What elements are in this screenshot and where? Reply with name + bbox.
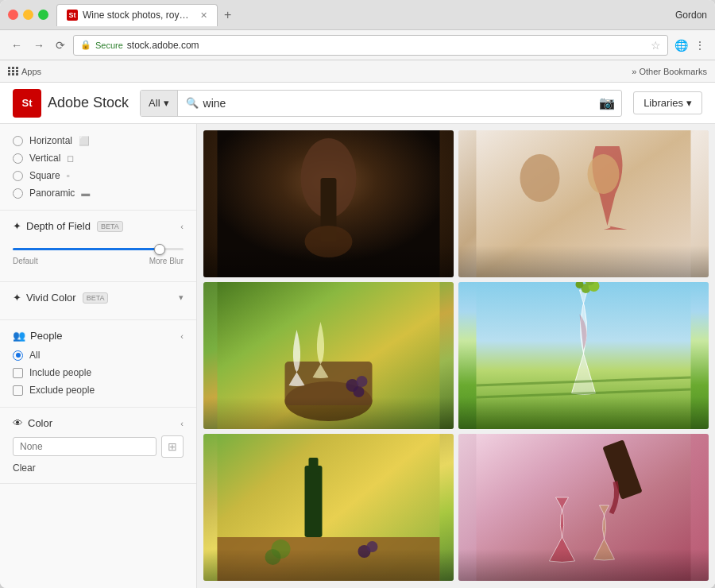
svg-point-5 (520, 154, 560, 202)
extension-icon[interactable]: 🌐 (673, 37, 690, 53)
nav-bar: ← → ⟳ 🔒 Secure stock.adobe.com ☆ 🌐 ⋮ (0, 30, 715, 60)
other-bookmarks[interactable]: » Other Bookmarks (632, 67, 707, 76)
color-section: 👁 Color ‹ ⊞ Clear (0, 408, 196, 484)
people-all-radio[interactable]: All (13, 350, 184, 361)
main-layout: Horizontal ⬜ Vertical ◻ Square ▫ (0, 124, 715, 588)
image-card-vineyard-bottle[interactable] (203, 434, 454, 581)
tab-close-button[interactable]: ✕ (200, 10, 207, 21)
chrome-menu-icon[interactable]: ⋮ (693, 37, 707, 53)
vivid-color-title: ✦ Vivid Color BETA (13, 292, 108, 304)
color-chevron-icon[interactable]: ‹ (180, 419, 184, 428)
search-category-select[interactable]: All ▾ (141, 91, 177, 116)
camera-search-icon[interactable]: 📷 (593, 95, 621, 110)
color-clear-button[interactable]: Clear (13, 462, 184, 474)
horizontal-radio[interactable]: Horizontal ⬜ (13, 135, 184, 146)
secure-label: Secure (95, 41, 123, 50)
color-title: 👁 Color (13, 417, 52, 429)
people-all-label: All (29, 350, 40, 361)
new-tab-button[interactable]: + (221, 8, 234, 22)
image-overlay-pour (458, 549, 709, 581)
vivid-color-beta-badge: BETA (83, 292, 109, 304)
people-label: People (30, 330, 62, 342)
panoramic-radio[interactable]: Panoramic ▬ (13, 188, 184, 199)
horizontal-radio-button[interactable] (13, 136, 23, 146)
app-content: St Adobe Stock All ▾ 🔍 wine 📷 Libraries … (0, 83, 715, 588)
image-vineyard-cheese (203, 282, 454, 429)
bookmark-star-icon[interactable]: ☆ (651, 39, 661, 52)
search-bar[interactable]: All ▾ 🔍 wine 📷 (140, 90, 622, 117)
stock-header: St Adobe Stock All ▾ 🔍 wine 📷 Libraries … (0, 83, 715, 124)
panoramic-radio-button[interactable] (13, 188, 23, 199)
search-input-area: 🔍 wine (178, 97, 593, 110)
color-input-field[interactable] (13, 437, 157, 456)
exclude-people-checkbox-box[interactable] (13, 385, 23, 396)
horizontal-label: Horizontal (29, 135, 72, 146)
vivid-color-icon: ✦ (13, 292, 21, 304)
square-radio[interactable]: Square ▫ (13, 170, 184, 181)
other-bookmarks-label: » Other Bookmarks (632, 67, 707, 76)
dof-slider-track (13, 248, 184, 250)
adobe-logo: St Adobe Stock (13, 89, 129, 118)
people-header[interactable]: 👥 People ‹ (13, 330, 184, 342)
vivid-color-label: Vivid Color (26, 292, 76, 304)
image-card-wine-cork[interactable] (203, 130, 454, 277)
dof-label: Depth of Field (26, 220, 91, 232)
square-radio-button[interactable] (13, 171, 23, 181)
svg-rect-23 (309, 458, 319, 474)
people-chevron-icon[interactable]: ‹ (180, 331, 184, 341)
include-people-checkbox[interactable]: Include people (13, 367, 184, 378)
vertical-radio[interactable]: Vertical ◻ (13, 153, 184, 164)
forward-button[interactable]: → (30, 37, 48, 53)
vivid-color-section: ✦ Vivid Color BETA ▾ (0, 282, 196, 320)
image-card-wine-couple[interactable] (458, 130, 709, 277)
secure-icon: 🔒 (80, 40, 91, 50)
title-bar: St Wine stock photos, royalty-fre... ✕ +… (0, 0, 715, 30)
exclude-people-label: Exclude people (29, 385, 95, 396)
apps-button[interactable]: Apps (8, 67, 41, 76)
vivid-color-header[interactable]: ✦ Vivid Color BETA ▾ (13, 292, 184, 304)
vertical-icon: ◻ (67, 153, 74, 164)
libraries-button[interactable]: Libraries ▾ (633, 91, 702, 114)
image-overlay-vineyard (203, 397, 454, 429)
svg-point-6 (588, 154, 620, 194)
depth-of-field-header[interactable]: ✦ Depth of Field BETA ‹ (13, 220, 184, 232)
include-people-checkbox-box[interactable] (13, 368, 23, 378)
image-wine-pour (458, 434, 709, 581)
search-input[interactable]: wine (203, 97, 226, 110)
people-all-radio-button[interactable] (13, 350, 23, 361)
apps-grid-icon (8, 67, 19, 75)
vivid-color-chevron-icon[interactable]: ▾ (179, 292, 184, 303)
depth-of-field-title: ✦ Depth of Field BETA (13, 220, 123, 232)
square-label: Square (29, 170, 60, 181)
color-header[interactable]: 👁 Color ‹ (13, 417, 184, 429)
search-icon: 🔍 (186, 97, 199, 109)
url-text: stock.adobe.com (127, 40, 647, 51)
address-bar[interactable]: 🔒 Secure stock.adobe.com ☆ (73, 35, 668, 56)
vertical-radio-button[interactable] (13, 153, 23, 164)
slider-labels: Default More Blur (13, 257, 184, 265)
horizontal-icon: ⬜ (79, 136, 90, 146)
dof-slider-fill (13, 248, 158, 250)
close-traffic-light[interactable] (8, 10, 18, 20)
dof-chevron-icon[interactable]: ‹ (180, 222, 184, 231)
reload-button[interactable]: ⟳ (52, 37, 68, 53)
image-card-wine-pour[interactable] (458, 434, 709, 581)
active-tab[interactable]: St Wine stock photos, royalty-fre... ✕ (56, 4, 218, 26)
people-icon: 👥 (13, 330, 25, 342)
sidebar: Horizontal ⬜ Vertical ◻ Square ▫ (0, 124, 197, 588)
back-button[interactable]: ← (8, 37, 25, 53)
color-swatch-button[interactable]: ⊞ (161, 435, 184, 458)
people-options-group: All Include people Exclude people (13, 348, 184, 397)
brand-name: Adobe Stock (48, 95, 129, 111)
image-card-vineyard-cheese[interactable] (203, 282, 454, 429)
exclude-people-checkbox[interactable]: Exclude people (13, 385, 184, 396)
dof-slider-thumb[interactable] (154, 244, 165, 255)
slider-default-label: Default (13, 257, 38, 265)
minimize-traffic-light[interactable] (23, 10, 33, 20)
image-overlay (203, 246, 454, 277)
image-card-grape-glass[interactable] (458, 282, 709, 429)
traffic-lights (8, 10, 48, 20)
maximize-traffic-light[interactable] (38, 10, 48, 20)
image-wine-couple (458, 130, 709, 277)
image-overlay-couple (458, 246, 709, 277)
